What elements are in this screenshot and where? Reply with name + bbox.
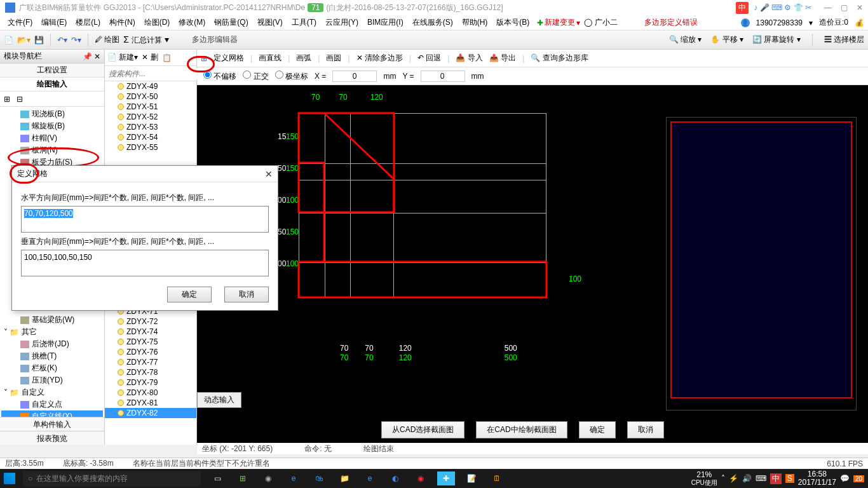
tree-item[interactable]: 压顶(YD) — [1, 374, 103, 386]
action-center-icon[interactable]: 💬 — [840, 474, 850, 483]
tree-item[interactable]: 基础梁筋(W) — [1, 314, 103, 326]
search-input[interactable] — [106, 68, 207, 79]
maximize-button[interactable]: ▢ — [841, 3, 848, 12]
dialog-close-button[interactable]: ✕ — [265, 169, 273, 179]
menu-rebar[interactable]: 钢筋量(Q) — [210, 16, 252, 29]
taskbar-app[interactable]: ◉ — [412, 471, 430, 485]
taskbar-app[interactable]: ◉ — [259, 471, 277, 485]
v-spacing-input[interactable]: 100,150,100,50,150 — [21, 250, 269, 276]
grid-icon[interactable]: ⊞ — [201, 54, 207, 63]
danjian-input[interactable]: 单构件输入 — [0, 417, 104, 431]
taskbar-app[interactable]: ✚ — [437, 471, 455, 485]
list-item[interactable]: ZDYX-76 — [105, 347, 196, 357]
task-view-icon[interactable]: ▭ — [208, 471, 226, 485]
menu-component[interactable]: 构件(N) — [105, 16, 139, 29]
user-icon[interactable]: 👤 — [741, 18, 750, 27]
pin-icon[interactable]: 📌 ✕ — [83, 52, 100, 61]
cancel-button[interactable]: 取消 — [627, 421, 664, 438]
guanxiao-button[interactable]: ◯ 广小二 — [584, 17, 617, 28]
close-button[interactable]: ✕ — [857, 3, 863, 12]
menu-floor[interactable]: 楼层(L) — [72, 16, 104, 29]
ime-lang[interactable]: 中 — [736, 2, 749, 14]
eng-setting-row[interactable]: 工程设置 — [0, 64, 104, 78]
list-item[interactable]: ZDYX-50 — [105, 92, 196, 102]
report-preview[interactable]: 报表预览 — [0, 431, 104, 445]
draw-group[interactable]: 🖉 绘图 — [95, 34, 119, 45]
list-item[interactable]: ZDYX-52 — [105, 112, 196, 122]
list-item[interactable]: ZDYX-49 — [105, 81, 196, 92]
query-button[interactable]: 🔍 查询多边形库 — [531, 53, 588, 64]
sum-button[interactable]: Σ 汇总计算 ▾ — [123, 34, 168, 46]
taskbar-app[interactable]: ⊞ — [234, 471, 252, 485]
clear-polygon-button[interactable]: ✕ 清除多边形 — [356, 53, 403, 64]
confirm-button[interactable]: 确定 — [579, 421, 616, 438]
tray-ime-icon[interactable]: ⌨ — [756, 474, 766, 483]
list-item[interactable]: ZDYX-80 — [105, 388, 196, 398]
back-button[interactable]: ↶ 回退 — [417, 53, 441, 64]
tree-item[interactable]: 后浇带(JD) — [1, 338, 103, 350]
tray-network-icon[interactable]: ⚡ — [729, 474, 738, 483]
redo-icon[interactable]: ↷▾ — [71, 36, 81, 44]
menu-modify[interactable]: 修改(M) — [175, 16, 209, 29]
menu-version[interactable]: 版本号(B) — [492, 16, 533, 29]
list-item[interactable]: ZDYX-78 — [105, 367, 196, 377]
menu-view[interactable]: 视图(V) — [254, 16, 287, 29]
define-grid-button[interactable]: 定义网格 — [214, 53, 244, 64]
no-offset-radio[interactable]: 不偏移 — [203, 71, 236, 82]
h-spacing-input[interactable]: 70,70,120,500 — [21, 206, 269, 233]
new-component-button[interactable]: 📄 新建▾ — [107, 52, 138, 63]
explorer-icon[interactable]: 📁 — [336, 471, 353, 485]
menu-bim[interactable]: BIM应用(I) — [363, 16, 407, 29]
ime-s[interactable]: S — [785, 474, 794, 483]
draw-arc-button[interactable]: 画弧 — [296, 53, 311, 64]
tree-item[interactable]: 栏板(K) — [1, 362, 103, 374]
draw-circle-button[interactable]: 画圆 — [326, 53, 341, 64]
tree-item[interactable]: 柱帽(V) — [1, 132, 103, 144]
x-input[interactable] — [332, 71, 377, 82]
floor-select[interactable]: ☰ 选择楼层 — [824, 34, 864, 45]
new-file-icon[interactable]: 📄 — [4, 36, 13, 44]
tray-sound-icon[interactable]: 🔊 — [742, 474, 752, 483]
start-button[interactable] — [4, 473, 15, 484]
menu-draw[interactable]: 绘图(D) — [140, 16, 174, 29]
import-button[interactable]: 📥 导入 — [456, 53, 482, 64]
tree-item[interactable]: 挑檐(T) — [1, 350, 103, 362]
menu-tool[interactable]: 工具(T) — [288, 16, 320, 29]
list-item[interactable]: ZDYX-51 — [105, 102, 196, 112]
tree-item[interactable]: 自定义点 — [1, 398, 103, 410]
open-folder-icon[interactable]: 📂▾ — [17, 36, 31, 44]
dyn-input-button[interactable]: 动态输入 — [197, 392, 241, 408]
draw-input-row[interactable]: 绘图输入 — [0, 78, 104, 92]
collapse-all-icon[interactable]: ⊟ — [17, 95, 23, 104]
chrome-icon[interactable]: ◐ — [386, 471, 404, 485]
menu-file[interactable]: 文件(F) — [4, 16, 36, 29]
copy-icon[interactable]: 📋 — [162, 53, 172, 62]
list-item[interactable]: ZDYX-81 — [105, 398, 196, 408]
zoom-group[interactable]: 🔍 缩放 ▾ — [669, 34, 702, 45]
list-item[interactable]: ZDYX-55 — [105, 142, 196, 152]
list-item[interactable]: ZDYX-72 — [105, 316, 196, 327]
menu-edit[interactable]: 编辑(E) — [37, 16, 71, 29]
minimize-button[interactable]: — — [824, 3, 832, 12]
tree-item-zdyx[interactable]: 自定义线(X) — [1, 410, 103, 417]
undo-icon[interactable]: ↶▾ — [57, 36, 67, 44]
taskbar-search[interactable]: ○ 在这里输入你要搜索的内容 — [23, 471, 201, 487]
ie-icon[interactable]: e — [361, 471, 379, 485]
new-change-button[interactable]: ✚新建变更 ▾ — [537, 17, 580, 28]
tree-group[interactable]: ˅ 📁 自定义 — [1, 386, 103, 398]
store-icon[interactable]: 🛍 — [310, 471, 328, 485]
menu-help[interactable]: 帮助(H) — [458, 16, 492, 29]
draw-in-cad-button[interactable]: 在CAD中绘制截面图 — [476, 421, 567, 438]
draw-line-button[interactable]: 画直线 — [259, 53, 281, 64]
export-button[interactable]: 📤 导出 — [489, 53, 516, 64]
ortho-radio[interactable]: 正交 — [243, 71, 268, 82]
dialog-ok-button[interactable]: 确定 — [167, 287, 212, 302]
list-item[interactable]: ZDYX-77 — [105, 357, 196, 367]
save-icon[interactable]: 💾 — [34, 36, 44, 44]
pan-group[interactable]: ✋ 平移 ▾ — [710, 34, 743, 45]
tree-item[interactable]: 螺旋板(B) — [1, 120, 103, 132]
polar-radio[interactable]: 极坐标 — [275, 71, 308, 82]
taskbar-app[interactable]: 📝 — [463, 471, 480, 485]
y-input[interactable] — [421, 71, 465, 82]
list-item[interactable]: ZDYX-74 — [105, 327, 196, 337]
